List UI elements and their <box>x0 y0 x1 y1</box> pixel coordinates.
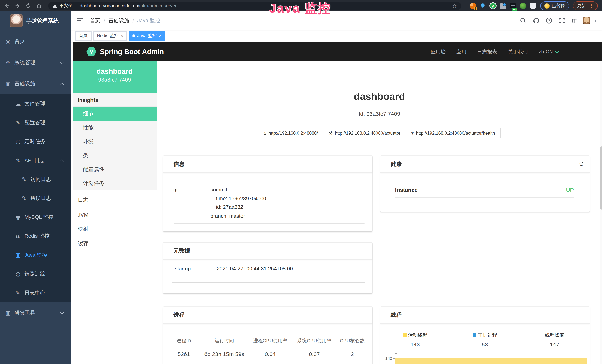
process-panel: 进程 进程ID 运行时间 进程CPU使用率 系统CPU使用率 CPU核心数 <box>163 307 372 364</box>
sidebar-item-redis-monitor[interactable]: ≋ Redis 监控 <box>0 227 71 246</box>
update-browser-button[interactable]: 更新 ⋮ <box>573 1 598 10</box>
sidebar-item-dev-tools[interactable]: ▥ 研发工具 <box>0 302 71 323</box>
health-url-button[interactable]: ♥ http://192.168.0.2:48080/actuator/heal… <box>406 128 501 138</box>
cpu-cores-value: 2 <box>336 350 368 359</box>
uptime-value: 6d 23h 15m 59s <box>201 350 248 359</box>
extension-orange-icon[interactable]: 1 <box>469 2 476 10</box>
chevron-up-icon <box>60 159 64 163</box>
edit-icon: ✎ <box>21 195 27 202</box>
close-icon[interactable]: × <box>121 34 123 38</box>
info-value: commit: time: 1596289704000 id: 27aa832 … <box>210 185 266 220</box>
sba-sidebar-item-logs[interactable]: 日志 <box>73 193 157 207</box>
tab-java-monitor[interactable]: Java 监控 × <box>129 31 165 41</box>
health-row-label: Instance <box>395 186 418 193</box>
sba-nav-journal[interactable]: 日志报表 <box>477 48 497 55</box>
sba-sidebar-item-caches[interactable]: 缓存 <box>73 236 157 251</box>
sba-insights-section: Insights 细节 性能 环境 类 配置属性 计划任务 <box>73 94 157 190</box>
sba-sidebar-item-config-props[interactable]: 配置属性 <box>73 162 157 176</box>
sba-instance-header[interactable]: dashboard 93a3fc7f7409 <box>73 61 157 94</box>
github-icon[interactable] <box>533 17 539 24</box>
service-url-button[interactable]: ⌂ http://192.168.0.2:48080/ <box>258 128 323 138</box>
fullscreen-icon[interactable] <box>559 17 566 24</box>
sba-sidebar-item-details[interactable]: 细节 <box>73 107 157 121</box>
sba-sidebar-item-environment[interactable]: 环境 <box>73 135 157 149</box>
user-avatar[interactable] <box>582 17 590 24</box>
sidebar-item-infrastructure[interactable]: ▣ 基础设施 <box>0 73 71 94</box>
chevron-up-icon <box>60 82 64 86</box>
extension-pin-icon[interactable] <box>479 2 486 10</box>
hamburger-icon[interactable] <box>76 18 83 23</box>
panel-title-process: 进程 <box>173 311 184 319</box>
extension-leaf-icon[interactable] <box>519 2 527 10</box>
gear-icon: ⚙ <box>5 59 11 66</box>
avatar-caret-icon[interactable]: ▾ <box>594 19 596 23</box>
sba-instance-id: 93a3fc7f7409 <box>73 76 157 84</box>
scrollbar-thumb[interactable] <box>600 147 602 210</box>
system-cpu-value: 0.07 <box>293 350 336 359</box>
sidebar-submenu-infrastructure: ☁ 文件管理 ✎ 配置管理 ◷ 定时任务 ✎ API 日志 <box>0 94 71 302</box>
bookmark-star-icon[interactable]: ☆ <box>452 3 457 8</box>
sba-sidebar-item-mappings[interactable]: 映射 <box>73 222 157 236</box>
sidebar-item-java-monitor[interactable]: ▣ Java 监控 <box>0 246 71 264</box>
sba-sidebar-item-scheduled[interactable]: 计划任务 <box>73 176 157 190</box>
screen: 不安全 dashboard.yudao.iocoder.cn /infra/ad… <box>0 0 602 364</box>
text-size-icon[interactable]: tT <box>572 17 576 24</box>
breadcrumb: 首页 / 基础设施 / Java 监控 <box>90 17 160 24</box>
sidebar-item-error-logs[interactable]: ✎ 错误日志 <box>0 189 71 208</box>
threads-chart: 140 120 100 <box>380 352 586 364</box>
row-divider <box>173 223 364 224</box>
sidebar-item-home[interactable]: ◉ 首页 <box>0 31 71 52</box>
search-icon[interactable] <box>520 17 527 24</box>
sba-sidebar-item-jvm[interactable]: JVM <box>73 207 157 222</box>
sidebar-item-log-center[interactable]: ✎ 日志中心 <box>0 283 71 302</box>
extension-green-icon[interactable]: y <box>489 2 496 10</box>
extension-puzzle-icon[interactable] <box>529 2 537 10</box>
sba-sidebar-item-classes[interactable]: 类 <box>73 149 157 162</box>
sidebar-item-api-logs[interactable]: ✎ API 日志 <box>0 151 71 170</box>
sba-sidebar-item-metrics[interactable]: 性能 <box>73 121 157 135</box>
sidebar-item-scheduled-tasks[interactable]: ◷ 定时任务 <box>0 132 71 151</box>
help-icon[interactable]: ? <box>546 17 552 24</box>
sidebar-item-mysql-monitor[interactable]: ▦ MySQL 监控 <box>0 208 71 227</box>
address-bar[interactable]: 不安全 dashboard.yudao.iocoder.cn /infra/ad… <box>48 2 461 10</box>
history-icon[interactable]: ↺ <box>579 161 584 167</box>
back-icon[interactable] <box>4 3 10 9</box>
sba-nav-applications[interactable]: 应用 <box>456 48 466 55</box>
extension-grid-icon[interactable] <box>499 2 506 10</box>
app-logo-row[interactable]: 芋道管理系统 <box>0 11 71 30</box>
sba-brand[interactable]: Spring Boot Admin <box>86 46 164 57</box>
close-icon[interactable]: × <box>159 34 161 38</box>
security-label: 不安全 <box>59 3 73 9</box>
forward-icon[interactable] <box>14 3 20 9</box>
panel-title-threads: 线程 <box>391 311 402 319</box>
scrollbar-track[interactable] <box>600 61 602 364</box>
sba-language-select[interactable]: zh-CN <box>538 49 559 54</box>
extension-list-icon[interactable]: on <box>509 2 516 10</box>
browser-menu-icon[interactable]: ⋮ <box>589 3 594 9</box>
reload-icon[interactable] <box>25 3 31 9</box>
monitor-icon: ▣ <box>5 80 11 87</box>
sba-nav-about[interactable]: 关于我们 <box>508 48 528 55</box>
profile-paused-chip[interactable]: 已暂停 <box>540 1 569 10</box>
dashboard-icon: ◉ <box>5 38 11 45</box>
sba-nav-wallboard[interactable]: 应用墙 <box>430 48 446 55</box>
table-grid-icon: ▦ <box>15 214 21 221</box>
metadata-key: startup <box>175 264 217 273</box>
instance-id-line: Id: 93a3fc7f7409 <box>157 110 602 118</box>
breadcrumb-infrastructure[interactable]: 基础设施 <box>108 17 129 24</box>
clock-icon: ◷ <box>15 138 21 145</box>
row-divider <box>395 197 574 198</box>
sidebar-item-tracing[interactable]: ◎ 链路追踪 <box>0 264 71 283</box>
sidebar-item-access-logs[interactable]: ✎ 访问日志 <box>0 170 71 189</box>
sidebar-item-system-management[interactable]: ⚙ 系统管理 <box>0 52 71 73</box>
actuator-url-button[interactable]: ⚒ http://192.168.0.2:48080/actuator <box>323 128 406 138</box>
sidebar-item-config-management[interactable]: ✎ 配置管理 <box>0 113 71 132</box>
tab-redis-monitor[interactable]: Redis 监控 × <box>93 31 127 41</box>
instance-links: ⌂ http://192.168.0.2:48080/ ⚒ http://192… <box>157 128 602 138</box>
app-navbar: 首页 / 基础设施 / Java 监控 ? <box>71 11 602 30</box>
stack-icon: ≋ <box>15 233 21 239</box>
breadcrumb-home[interactable]: 首页 <box>90 17 100 24</box>
sidebar-item-file-management[interactable]: ☁ 文件管理 <box>0 94 71 113</box>
home-icon[interactable] <box>36 3 42 9</box>
tab-home[interactable]: 首页 <box>75 31 91 41</box>
